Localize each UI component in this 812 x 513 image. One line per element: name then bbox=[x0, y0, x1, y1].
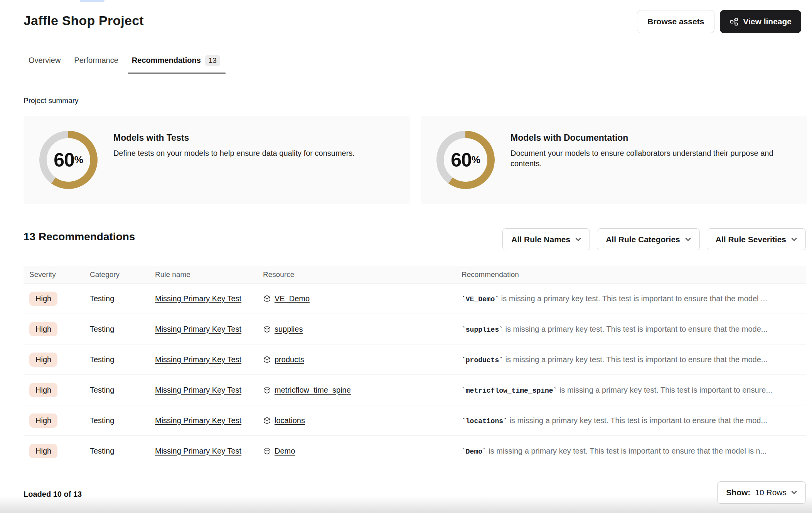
rows-per-page-select[interactable]: Show: 10 Rows bbox=[717, 481, 806, 504]
col-resource: Resource bbox=[263, 270, 462, 279]
recommendation-text: is missing a primary key test. This test… bbox=[503, 325, 767, 333]
table-row: HighTestingMissing Primary Key TestDemo`… bbox=[24, 436, 806, 466]
table-row: HighTestingMissing Primary Key Testsuppl… bbox=[24, 314, 806, 344]
top-edge-highlight bbox=[80, 0, 104, 2]
chevron-down-icon bbox=[791, 491, 797, 494]
resource-link[interactable]: products bbox=[275, 355, 304, 364]
rule-name-link[interactable]: Missing Primary Key Test bbox=[155, 416, 241, 425]
browse-assets-button[interactable]: Browse assets bbox=[637, 10, 714, 33]
resource-link[interactable]: Demo bbox=[275, 447, 295, 456]
rule-name-cell: Missing Primary Key Test bbox=[155, 355, 263, 364]
table-row: HighTestingMissing Primary Key Testlocat… bbox=[24, 405, 806, 436]
rule-name-cell: Missing Primary Key Test bbox=[155, 325, 263, 334]
rule-name-cell: Missing Primary Key Test bbox=[155, 386, 263, 395]
tab-performance-label: Performance bbox=[74, 56, 118, 65]
page-title: Jaffle Shop Project bbox=[24, 13, 144, 28]
loaded-status: Loaded 10 of 13 bbox=[24, 490, 82, 499]
rule-categories-filter-label: All Rule Categories bbox=[606, 235, 680, 244]
category-cell: Testing bbox=[90, 447, 155, 456]
cube-icon bbox=[263, 295, 271, 303]
recommendation-text: is missing a primary key test. This test… bbox=[499, 294, 767, 303]
view-lineage-button[interactable]: View lineage bbox=[720, 10, 801, 33]
tests-donut-chart: 60% bbox=[39, 131, 98, 189]
docs-card-description: Document your models to ensure collabora… bbox=[510, 148, 792, 169]
rule-severities-filter-label: All Rule Severities bbox=[716, 235, 786, 244]
tab-performance[interactable]: Performance bbox=[74, 54, 118, 73]
tests-percent-value: 60 bbox=[54, 149, 74, 171]
rule-severities-filter[interactable]: All Rule Severities bbox=[707, 228, 806, 250]
docs-donut-chart: 60% bbox=[436, 131, 495, 189]
rule-name-link[interactable]: Missing Primary Key Test bbox=[155, 325, 241, 333]
severity-badge: High bbox=[29, 322, 57, 336]
chevron-down-icon bbox=[791, 238, 797, 241]
tests-card-description: Define tests on your models to help ensu… bbox=[113, 148, 395, 159]
severity-cell: High bbox=[29, 444, 90, 458]
resource-cell: Demo bbox=[263, 447, 462, 456]
recommendations-count-badge: 13 bbox=[205, 55, 220, 66]
resource-link[interactable]: metricflow_time_spine bbox=[275, 386, 351, 395]
resource-cell: products bbox=[263, 355, 462, 364]
severity-cell: High bbox=[29, 292, 90, 306]
header-actions: Browse assets View lineage bbox=[637, 10, 801, 33]
tab-recommendations[interactable]: Recommendations 13 bbox=[132, 54, 220, 73]
category-cell: Testing bbox=[90, 386, 155, 395]
chevron-down-icon bbox=[685, 238, 691, 241]
rule-name-link[interactable]: Missing Primary Key Test bbox=[155, 294, 241, 303]
severity-cell: High bbox=[29, 383, 90, 397]
resource-link[interactable]: supplies bbox=[275, 325, 303, 334]
recommendation-code: `Demo` bbox=[462, 448, 487, 456]
lineage-icon bbox=[729, 17, 738, 26]
resource-cell: supplies bbox=[263, 325, 462, 334]
rule-name-link[interactable]: Missing Primary Key Test bbox=[155, 386, 241, 394]
models-with-docs-card: 60% Models with Documentation Document y… bbox=[421, 116, 807, 204]
explorer-project-page: Jaffle Shop Project Browse assets View l… bbox=[0, 0, 812, 513]
browse-assets-label: Browse assets bbox=[647, 17, 704, 26]
recommendation-code: `metricflow_time_spine` bbox=[462, 387, 557, 395]
resource-cell: metricflow_time_spine bbox=[263, 386, 462, 395]
table-body: HighTestingMissing Primary Key TestVE_De… bbox=[24, 284, 806, 466]
severity-badge: High bbox=[29, 413, 57, 428]
project-summary-label: Project summary bbox=[24, 96, 79, 105]
severity-badge: High bbox=[29, 292, 57, 306]
table-row: HighTestingMissing Primary Key Testmetri… bbox=[24, 375, 806, 405]
recommendation-code: `VE_Demo` bbox=[462, 295, 499, 303]
col-rule-name: Rule name bbox=[155, 270, 263, 279]
rule-names-filter[interactable]: All Rule Names bbox=[502, 228, 590, 250]
cube-icon bbox=[263, 356, 271, 364]
cube-icon bbox=[263, 447, 271, 455]
tab-overview[interactable]: Overview bbox=[29, 54, 61, 73]
rule-categories-filter[interactable]: All Rule Categories bbox=[597, 228, 700, 250]
view-lineage-label: View lineage bbox=[743, 17, 792, 26]
severity-badge: High bbox=[29, 353, 57, 367]
recommendation-cell: `products` is missing a primary key test… bbox=[462, 355, 806, 364]
models-with-tests-card: 60% Models with Tests Define tests on yo… bbox=[24, 116, 410, 204]
percent-sign: % bbox=[472, 154, 480, 166]
tab-recommendations-label: Recommendations bbox=[132, 56, 201, 65]
chevron-down-icon bbox=[575, 238, 581, 241]
show-label: Show: bbox=[726, 488, 750, 497]
cube-icon bbox=[263, 325, 271, 333]
resource-cell: VE_Demo bbox=[263, 294, 462, 303]
recommendation-text: is missing a primary key test. This test… bbox=[557, 386, 772, 394]
resource-link[interactable]: locations bbox=[275, 416, 305, 425]
category-cell: Testing bbox=[90, 355, 155, 364]
severity-cell: High bbox=[29, 322, 90, 336]
rule-names-filter-label: All Rule Names bbox=[511, 235, 570, 244]
filter-bar: All Rule Names All Rule Categories All R… bbox=[502, 228, 806, 250]
col-recommendation: Recommendation bbox=[462, 270, 806, 279]
docs-card-title: Models with Documentation bbox=[510, 133, 628, 143]
recommendation-code: `products` bbox=[462, 356, 503, 364]
percent-sign: % bbox=[74, 154, 83, 166]
recommendation-cell: `supplies` is missing a primary key test… bbox=[462, 325, 806, 334]
table-row: HighTestingMissing Primary Key TestVE_De… bbox=[24, 284, 806, 314]
cube-icon bbox=[263, 386, 271, 394]
resource-link[interactable]: VE_Demo bbox=[275, 294, 310, 303]
rule-name-cell: Missing Primary Key Test bbox=[155, 416, 263, 425]
table-header-row: Severity Category Rule name Resource Rec… bbox=[24, 266, 806, 284]
severity-cell: High bbox=[29, 413, 90, 428]
recommendation-text: is missing a primary key test. This test… bbox=[503, 355, 767, 364]
resource-cell: locations bbox=[263, 416, 462, 425]
rule-name-link[interactable]: Missing Primary Key Test bbox=[155, 447, 241, 455]
col-severity: Severity bbox=[29, 270, 90, 279]
rule-name-link[interactable]: Missing Primary Key Test bbox=[155, 355, 241, 364]
